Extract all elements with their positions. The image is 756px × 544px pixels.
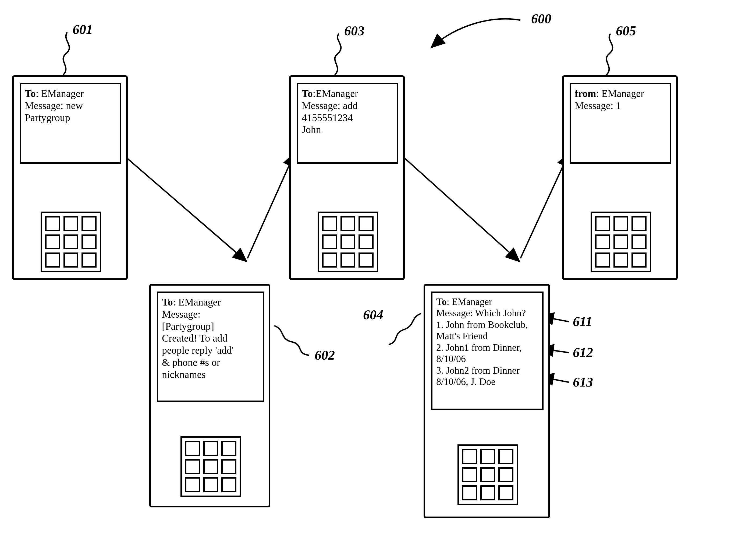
svg-line-1 bbox=[247, 153, 294, 258]
keypad-key bbox=[221, 459, 236, 474]
to-value: EManager bbox=[178, 297, 221, 308]
phone-603: To:EManager Message: add 4155551234 John bbox=[289, 75, 405, 280]
to-prefix: To bbox=[25, 88, 36, 99]
keypad-key bbox=[81, 234, 97, 249]
keypad-key bbox=[595, 234, 610, 249]
phone-604: To: EManager Message: Which John? 1. Joh… bbox=[424, 284, 550, 518]
phone-604-screen: To: EManager Message: Which John? 1. Joh… bbox=[431, 292, 544, 410]
callout-603: 603 bbox=[344, 23, 364, 38]
keypad-key bbox=[45, 216, 60, 231]
keypad-key bbox=[81, 252, 97, 267]
keypad-key bbox=[185, 459, 200, 474]
callout-601: 601 bbox=[73, 22, 93, 37]
keypad-key bbox=[221, 441, 236, 456]
keypad-key bbox=[480, 467, 495, 482]
keypad-key bbox=[595, 216, 610, 231]
callout-602: 602 bbox=[315, 347, 335, 363]
keypad-key bbox=[340, 216, 356, 231]
keypad-key bbox=[63, 234, 79, 249]
keypad-key bbox=[203, 441, 218, 456]
message-label: Message: bbox=[162, 309, 201, 320]
to-prefix: To bbox=[302, 88, 313, 99]
message-body: 1 bbox=[616, 100, 621, 111]
keypad-key bbox=[613, 234, 629, 249]
callout-604: 604 bbox=[363, 307, 383, 323]
keypad-key bbox=[45, 252, 60, 267]
keypad-key bbox=[480, 449, 495, 464]
keypad-key bbox=[221, 477, 236, 492]
phone-603-screen: To:EManager Message: add 4155551234 John bbox=[297, 83, 398, 164]
keypad-key bbox=[631, 252, 647, 267]
callout-612: 612 bbox=[573, 345, 593, 360]
phone-604-keypad bbox=[457, 444, 518, 505]
keypad-key bbox=[631, 234, 647, 249]
message-label: Message: bbox=[436, 308, 473, 319]
svg-line-0 bbox=[128, 159, 246, 261]
keypad-key bbox=[340, 234, 356, 249]
message-body: [Partygroup] Created! To add people repl… bbox=[162, 321, 234, 380]
keypad-key bbox=[63, 216, 79, 231]
message-question: Which John? bbox=[475, 308, 526, 319]
to-value: EManager bbox=[41, 88, 84, 99]
phone-601-screen: To: EManager Message: new Partygroup bbox=[20, 83, 121, 164]
phone-605-screen: from: EManager Message: 1 bbox=[570, 83, 671, 164]
keypad-key bbox=[359, 234, 374, 249]
keypad-key bbox=[185, 477, 200, 492]
phone-605: from: EManager Message: 1 bbox=[562, 75, 678, 280]
option-611: 1. John from Bookclub, Matt's Friend bbox=[436, 319, 538, 342]
keypad-key bbox=[63, 252, 79, 267]
keypad-key bbox=[613, 252, 629, 267]
phone-602-keypad bbox=[180, 436, 241, 497]
keypad-key bbox=[462, 467, 477, 482]
keypad-key bbox=[203, 459, 218, 474]
keypad-key bbox=[480, 485, 495, 500]
keypad-key bbox=[613, 216, 629, 231]
phone-601: To: EManager Message: new Partygroup bbox=[12, 75, 128, 280]
phone-603-keypad bbox=[318, 211, 378, 272]
from-value: EManager bbox=[602, 88, 644, 99]
keypad-key bbox=[340, 252, 356, 267]
figure-number-600: 600 bbox=[531, 11, 551, 26]
keypad-key bbox=[322, 252, 337, 267]
svg-line-2 bbox=[399, 153, 519, 261]
option-613: 3. John2 from Dinner 8/10/06, J. Doe bbox=[436, 365, 538, 388]
to-prefix: To bbox=[162, 297, 173, 308]
keypad-key bbox=[462, 485, 477, 500]
keypad-key bbox=[203, 477, 218, 492]
callout-611: 611 bbox=[573, 314, 592, 329]
message-label: Message: bbox=[25, 100, 63, 111]
keypad-key bbox=[595, 252, 610, 267]
keypad-key bbox=[359, 216, 374, 231]
keypad-key bbox=[498, 449, 513, 464]
to-value: EManager bbox=[452, 297, 492, 307]
phone-605-keypad bbox=[591, 211, 651, 272]
callout-613: 613 bbox=[573, 374, 593, 390]
phone-602: To: EManager Message: [Partygroup] Creat… bbox=[149, 284, 270, 507]
keypad-key bbox=[498, 467, 513, 482]
phone-602-screen: To: EManager Message: [Partygroup] Creat… bbox=[157, 292, 264, 402]
keypad-key bbox=[498, 485, 513, 500]
message-label: Message: bbox=[302, 100, 340, 111]
keypad-key bbox=[322, 216, 337, 231]
phone-601-keypad bbox=[41, 211, 101, 272]
callout-605: 605 bbox=[616, 23, 636, 38]
to-value: EManager bbox=[315, 88, 358, 99]
keypad-key bbox=[81, 216, 97, 231]
from-prefix: from bbox=[575, 88, 596, 99]
keypad-key bbox=[45, 234, 60, 249]
svg-line-3 bbox=[520, 153, 569, 258]
keypad-key bbox=[631, 216, 647, 231]
keypad-key bbox=[462, 449, 477, 464]
keypad-key bbox=[359, 252, 374, 267]
keypad-key bbox=[322, 234, 337, 249]
to-prefix: To bbox=[436, 297, 447, 307]
keypad-key bbox=[185, 441, 200, 456]
message-label: Message: bbox=[575, 100, 613, 111]
option-612: 2. John1 from Dinner, 8/10/06 bbox=[436, 342, 538, 365]
